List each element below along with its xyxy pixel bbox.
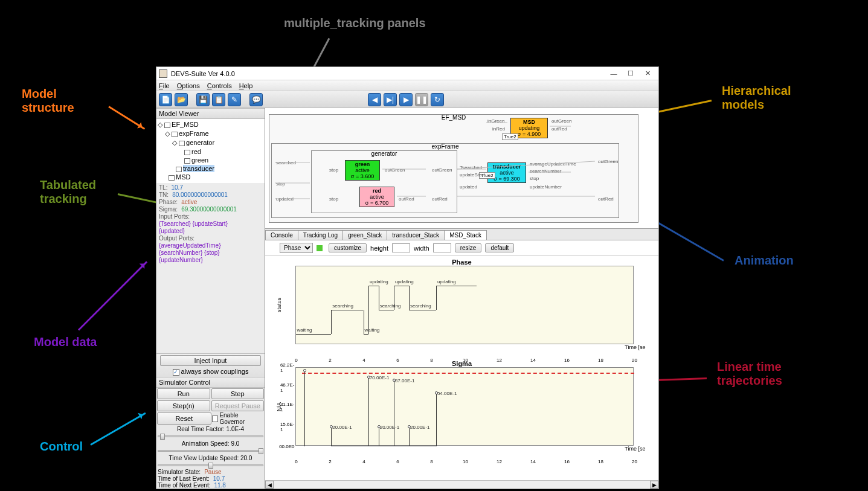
tab-msd-stack[interactable]: MSD_Stack <box>444 230 487 240</box>
run-button[interactable]: Run <box>157 388 210 399</box>
tb-save-icon[interactable]: 💾 <box>196 93 210 106</box>
model-data-panel: TL: 10.7 TN: 80.00000000000001 Phase: ac… <box>156 183 265 353</box>
tab-tracking-log[interactable]: Tracking Log <box>298 230 343 240</box>
resize-button[interactable]: resize <box>455 243 482 252</box>
chart-controls: Phase customize height width resize defa… <box>265 240 658 256</box>
phase-chart: Phase status waitingsearchingwaitingupda… <box>275 258 649 358</box>
rtf-slider[interactable] <box>158 435 263 437</box>
stepn-button[interactable]: Step(n) <box>157 400 210 411</box>
customize-button[interactable]: customize <box>329 243 367 252</box>
step-button[interactable]: Step <box>211 388 265 399</box>
reset-button[interactable]: Reset <box>157 412 211 425</box>
tb-edit-icon[interactable]: ✎ <box>228 93 241 106</box>
always-show-label: always show couplings <box>181 368 249 375</box>
maximize-button[interactable]: ☐ <box>622 68 639 79</box>
app-icon <box>159 69 167 78</box>
arrow-purple <box>78 261 147 330</box>
sim-ctrl-title: Simulator Control <box>156 377 265 388</box>
tb-reload-icon[interactable]: ↻ <box>431 93 444 106</box>
anno-linear-time: Linear time trajectories <box>717 360 782 388</box>
app-window: DEVS-Suite Ver 4.0.0 — ☐ ✕ File Options … <box>156 66 659 489</box>
tab-transducer-stack[interactable]: transducer_Stack <box>387 230 445 240</box>
arrow-cyan <box>90 412 146 446</box>
window-title: DEVS-Suite Ver 4.0.0 <box>171 70 235 77</box>
phase-select[interactable]: Phase <box>280 243 313 253</box>
menu-help[interactable]: Help <box>239 82 253 89</box>
inject-input-button[interactable]: Inject Input <box>160 355 260 366</box>
tb-pause-icon[interactable]: ❚❚ <box>415 93 428 106</box>
anno-model-data: Model data <box>34 335 97 349</box>
toolbar: 📄 📂 💾 📋 ✎ 💬 ◀ ▶| ▶ ❚❚ ↻ <box>156 91 658 108</box>
arrow-orange <box>108 106 145 130</box>
width-input[interactable] <box>433 243 451 252</box>
request-pause-button[interactable]: Request Pause <box>211 400 265 411</box>
anno-multiple-tracking: multiple_tracking panels <box>284 16 426 30</box>
tvus-label: Time View Update Speed: 20.0 <box>156 454 265 461</box>
menu-file[interactable]: File <box>159 82 170 89</box>
anim-label: Animation Speed: 9.0 <box>156 440 265 447</box>
model-tree[interactable]: ◇ EF_MSD ◇ expFrame ◇ generator red gree… <box>156 119 265 183</box>
tb-help-icon[interactable]: 💬 <box>249 93 263 106</box>
tracking-tabs: Console Tracking Log green_Stack transdu… <box>265 229 658 240</box>
tb-play-icon[interactable]: ▶ <box>399 93 413 106</box>
height-input[interactable] <box>392 243 410 252</box>
simulation-view[interactable]: EF_MSD MSD updating σ = 4.900 inGreen in… <box>265 108 658 229</box>
menu-controls[interactable]: Controls <box>207 82 232 89</box>
tree-selected-transducer[interactable]: transducer <box>183 165 214 172</box>
tvus-slider[interactable] <box>158 464 263 466</box>
anno-control: Control <box>40 440 83 454</box>
tb-prev-icon[interactable]: ◀ <box>368 93 381 106</box>
tb-copy-icon[interactable]: 📋 <box>212 93 225 106</box>
rtf-label: Real Time Factor: 1.0E-4 <box>156 425 265 432</box>
tb-open-icon[interactable]: 📂 <box>175 93 188 106</box>
anim-slider[interactable] <box>158 450 263 452</box>
minimize-button[interactable]: — <box>605 68 622 79</box>
menubar: File Options Controls Help <box>156 80 658 91</box>
tab-green-stack[interactable]: green_Stack <box>342 230 387 240</box>
close-button[interactable]: ✕ <box>639 68 656 79</box>
box-red[interactable]: red active σ = 6.700 <box>359 187 394 207</box>
color-swatch <box>317 245 323 251</box>
default-button[interactable]: default <box>485 243 514 252</box>
anno-model-structure: Model structure <box>22 87 74 115</box>
tb-step-icon[interactable]: ▶| <box>384 93 397 106</box>
tb-new-icon[interactable]: 📄 <box>159 93 172 106</box>
anno-tabulated-tracking: Tabulated tracking <box>40 178 96 206</box>
menu-options[interactable]: Options <box>177 82 200 89</box>
always-show-checkbox[interactable]: ✓ <box>173 369 179 376</box>
charts-area[interactable]: Phase status waitingsearchingwaitingupda… <box>265 256 658 480</box>
enable-governor-checkbox[interactable] <box>212 416 219 422</box>
box-green[interactable]: green active σ = 3.600 <box>345 160 380 181</box>
model-viewer-title: Model Viewer <box>156 108 265 119</box>
tab-console[interactable]: Console <box>265 230 298 240</box>
anno-animation: Animation <box>735 254 794 268</box>
bottom-scrollbar[interactable]: ◀▶ <box>265 480 658 489</box>
titlebar: DEVS-Suite Ver 4.0.0 — ☐ ✕ <box>156 67 658 80</box>
sigma-chart: Sigma N/A 00.0E015.6E-131.1E-146.7E-162.… <box>275 360 649 459</box>
anno-hierarchical: Hierarchical models <box>722 84 791 112</box>
